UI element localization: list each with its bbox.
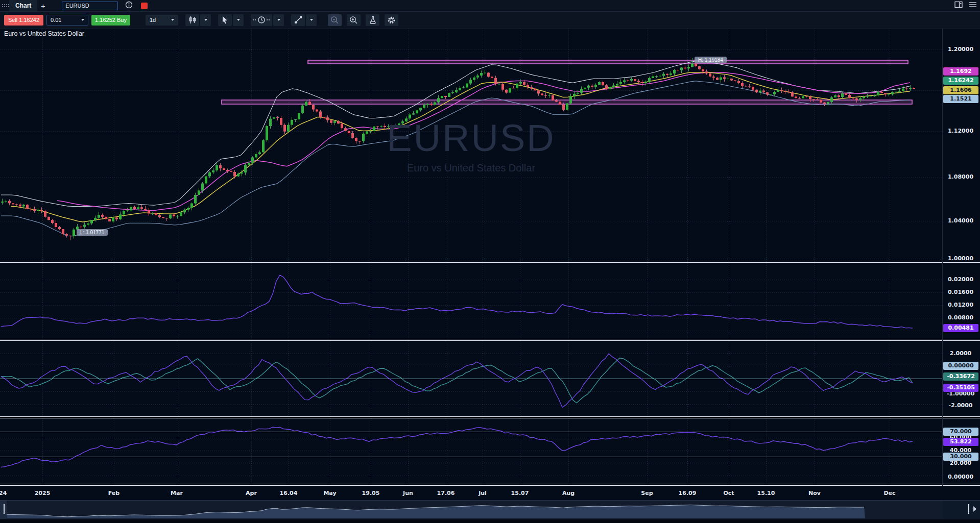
volume-value: 0.01	[51, 17, 61, 23]
flask-icon	[369, 16, 377, 24]
chevron-down-icon	[204, 19, 207, 21]
buy-button[interactable]: 1.16252 Buy	[91, 15, 130, 26]
gear-icon	[387, 16, 396, 24]
price-badge: 1.1606	[943, 86, 978, 94]
axis-tick: 1.00000	[943, 255, 978, 262]
sell-button[interactable]: Sell 1.16242	[4, 15, 43, 26]
trendline-tool-dropdown[interactable]	[306, 14, 317, 26]
time-axis-label: 16.04	[280, 490, 298, 496]
chevron-down-icon	[310, 19, 313, 21]
zoom-out-icon	[330, 16, 339, 24]
axis-tick: 2.0000	[943, 350, 978, 357]
price-badge: 1.16242	[943, 77, 978, 85]
axis-tick: 1.08000	[943, 173, 978, 180]
time-axis-label: Dec	[883, 490, 895, 496]
axis-tick: 1.20000	[943, 46, 978, 53]
axis-tick: 0.01600	[943, 289, 978, 295]
price-badge: 0.00000	[943, 362, 978, 370]
drag-grip-icon[interactable]	[2, 2, 9, 10]
time-axis-label: Jul	[479, 490, 487, 496]
time-axis-label: Sep	[641, 490, 653, 496]
chart-title: Euro vs United States Dollar	[4, 30, 84, 37]
price-badge: -0.35105	[943, 384, 978, 392]
chevron-down-icon	[171, 19, 174, 21]
chart-canvas[interactable]	[0, 0, 980, 523]
chart-type-dropdown[interactable]	[200, 14, 211, 26]
navigator-left-handle[interactable]	[4, 504, 5, 514]
time-axis[interactable]: 20242025FebMarApr16.04May19.05Jun17.06Ju…	[0, 486, 942, 499]
price-badge: 1.1521	[943, 95, 978, 103]
symbol-input[interactable]	[62, 2, 118, 10]
price-axis[interactable]: 1.200001.120001.080001.040001.000001.169…	[943, 28, 980, 486]
time-axis-label: 15.10	[757, 490, 775, 496]
time-axis-label: Aug	[562, 490, 575, 496]
high-annotation[interactable]: H: 1.19184	[695, 57, 727, 63]
price-badge: 70.000	[943, 428, 978, 436]
tab-chart[interactable]: Chart	[9, 0, 37, 11]
panel-layout-icon[interactable]	[954, 1, 963, 10]
time-axis-label: 2024	[0, 490, 7, 496]
time-axis-label: Apr	[246, 490, 257, 496]
axis-tick: -2.0000	[943, 402, 978, 409]
time-axis-label: 16.09	[679, 490, 697, 496]
axis-tick: 1.04000	[943, 217, 978, 224]
time-axis-label: 15.07	[511, 490, 529, 496]
time-axis-label: 19.05	[362, 490, 380, 496]
low-annotation[interactable]: L: 1.01771	[77, 229, 108, 236]
axis-tick: 0.00000	[943, 474, 978, 480]
cursor-tool-button[interactable]	[218, 14, 232, 26]
time-axis-label: Mar	[171, 490, 183, 496]
trendline-icon	[294, 16, 302, 24]
axis-tick: 0.01200	[943, 302, 978, 308]
timeframe-value: 1d	[150, 17, 156, 23]
axis-tick: 0.00800	[943, 314, 978, 321]
chevron-down-icon	[81, 19, 84, 21]
zoom-in-button[interactable]	[347, 14, 361, 26]
time-axis-label: Jun	[403, 490, 413, 496]
cursor-icon	[222, 16, 229, 24]
time-axis-label: 2025	[35, 490, 51, 496]
navigator-right-handle[interactable]	[968, 504, 969, 514]
time-axis-label: May	[323, 490, 336, 496]
candlestick-icon	[188, 16, 197, 24]
tab-bar: Chart +	[0, 0, 980, 12]
chevron-down-icon	[277, 19, 280, 21]
time-axis-label: 17.06	[437, 490, 455, 496]
volume-select[interactable]: 0.01	[46, 15, 88, 26]
time-axis-label: Oct	[723, 490, 734, 496]
settings-button[interactable]	[385, 14, 398, 26]
tab-chart-label: Chart	[15, 2, 31, 9]
time-levels-button[interactable]	[251, 14, 272, 26]
zoom-out-button[interactable]	[328, 14, 342, 26]
cursor-tool-dropdown[interactable]	[233, 14, 244, 26]
toolbar: Sell 1.16242 0.01 1.16252 Buy 1d	[0, 12, 980, 29]
strategy-tester-button[interactable]	[366, 14, 379, 26]
axis-tick: 1.12000	[943, 128, 978, 134]
price-badge: 53.822	[943, 438, 978, 446]
new-tab-button[interactable]: +	[37, 0, 49, 11]
zoom-in-icon	[349, 16, 358, 24]
info-icon[interactable]	[125, 1, 133, 11]
chevron-down-icon	[237, 19, 240, 21]
price-badge: 1.1692	[943, 67, 978, 76]
menu-icon[interactable]	[969, 1, 977, 10]
price-badge: -0.33672	[943, 372, 978, 381]
chart-type-button[interactable]	[185, 14, 199, 26]
market-closed-indicator[interactable]	[141, 3, 148, 9]
price-badge: 0.00481	[943, 324, 978, 332]
clock-icon	[253, 16, 270, 24]
timeframe-select[interactable]: 1d	[146, 15, 178, 26]
axis-tick: 0.02000	[943, 276, 978, 283]
time-axis-label: Feb	[108, 490, 119, 496]
price-badge: 30.000	[943, 453, 978, 461]
trendline-tool-button[interactable]	[291, 14, 305, 26]
time-levels-dropdown[interactable]	[273, 14, 284, 26]
time-axis-label: Nov	[808, 490, 821, 496]
